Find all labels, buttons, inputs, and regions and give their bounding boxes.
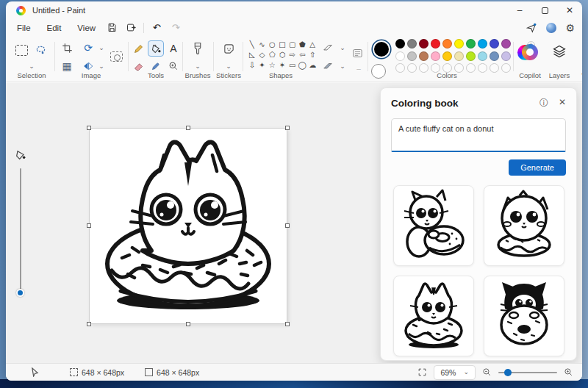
color-swatch[interactable] bbox=[478, 39, 487, 48]
shape-option[interactable]: ◺ bbox=[247, 50, 257, 60]
color-swatch[interactable] bbox=[419, 51, 429, 61]
fit-to-screen-icon[interactable] bbox=[417, 367, 427, 377]
shape-fill-icon[interactable] bbox=[320, 59, 335, 73]
shape-option[interactable]: ⇨ bbox=[287, 50, 298, 60]
color-swatch[interactable] bbox=[466, 51, 476, 61]
color-swatch[interactable] bbox=[501, 51, 511, 61]
shape-option[interactable]: ◇ bbox=[257, 50, 268, 60]
drawing-canvas[interactable] bbox=[90, 129, 287, 323]
zoom-in-icon[interactable] bbox=[564, 367, 573, 377]
brush-icon[interactable] bbox=[190, 41, 205, 56]
copilot-ribbon-icon[interactable] bbox=[522, 44, 538, 60]
shape-option[interactable]: ⇦ bbox=[298, 50, 308, 60]
zoom-slider-thumb[interactable] bbox=[504, 369, 512, 376]
color-swatch[interactable] bbox=[454, 39, 464, 48]
rotate-dropdown[interactable]: ⌄ bbox=[94, 40, 109, 55]
selection-handle-nw[interactable] bbox=[87, 126, 91, 130]
minimize-button[interactable]: – bbox=[507, 1, 532, 19]
save-button[interactable] bbox=[102, 21, 121, 35]
shape-option[interactable]: ✶ bbox=[277, 60, 287, 70]
undo-button[interactable]: ↶ bbox=[147, 21, 166, 35]
pencil-tool-icon[interactable] bbox=[131, 41, 146, 56]
shape-option[interactable]: □ bbox=[277, 40, 287, 49]
remove-background-icon[interactable] bbox=[109, 49, 123, 64]
rectangle-select-icon[interactable] bbox=[14, 43, 29, 57]
shape-option[interactable]: ╲ bbox=[247, 40, 257, 49]
generate-button[interactable]: Generate bbox=[509, 159, 566, 176]
color-swatch[interactable] bbox=[454, 51, 464, 61]
shape-fill-dropdown[interactable]: ⌄ bbox=[335, 59, 350, 73]
color-swatch[interactable] bbox=[395, 51, 405, 61]
sticker-icon[interactable] bbox=[221, 41, 236, 56]
copilot-menu-icon[interactable] bbox=[546, 23, 556, 33]
result-thumbnail-4[interactable] bbox=[484, 276, 564, 356]
rotate-icon[interactable]: ⟳ bbox=[81, 40, 96, 55]
result-thumbnail-3[interactable] bbox=[393, 276, 474, 356]
save-as-button[interactable] bbox=[121, 21, 140, 35]
prompt-input[interactable]: A cute fluffy cat on a donut bbox=[391, 118, 566, 152]
share-icon[interactable] bbox=[526, 22, 537, 34]
shape-outline-icon[interactable] bbox=[320, 40, 335, 55]
color-swatch[interactable] bbox=[442, 51, 452, 61]
color-swatch[interactable] bbox=[431, 51, 440, 61]
shape-option[interactable]: ☁ bbox=[307, 60, 318, 70]
color-swatch[interactable] bbox=[407, 51, 417, 61]
shape-option[interactable]: ⬡ bbox=[277, 50, 287, 60]
color-swatch[interactable] bbox=[490, 39, 499, 48]
shape-option[interactable]: ▭ bbox=[287, 60, 298, 70]
shape-option[interactable]: ⇩ bbox=[247, 60, 257, 70]
paint-app-icon bbox=[16, 6, 26, 15]
shape-option[interactable]: ∿ bbox=[257, 40, 268, 49]
zoom-out-icon[interactable] bbox=[482, 367, 492, 377]
shape-option[interactable]: ☆ bbox=[267, 60, 277, 70]
menu-view[interactable]: View bbox=[71, 22, 102, 34]
fill-tool-icon-selected[interactable] bbox=[148, 40, 164, 57]
collapse-ribbon-chevron[interactable]: ⌄ bbox=[576, 65, 582, 80]
color-swatch[interactable] bbox=[431, 39, 440, 48]
shape-option[interactable]: △ bbox=[307, 40, 318, 49]
shape-option[interactable]: ⬟ bbox=[298, 40, 308, 49]
slider-thumb[interactable] bbox=[16, 289, 24, 297]
maximize-button[interactable] bbox=[532, 1, 557, 19]
result-thumbnail-1[interactable] bbox=[393, 185, 474, 266]
shape-option[interactable]: ⇧ bbox=[307, 50, 318, 60]
redo-button-disabled[interactable]: ↷ bbox=[166, 21, 185, 35]
selection-handle-e[interactable] bbox=[285, 223, 290, 228]
selection-handle-n[interactable] bbox=[186, 126, 190, 130]
color-swatch[interactable] bbox=[419, 39, 429, 48]
selection-handle-se[interactable] bbox=[285, 322, 290, 326]
lasso-select-icon[interactable] bbox=[33, 43, 48, 57]
shape-option[interactable]: ✦ bbox=[257, 60, 268, 70]
color-swatch[interactable] bbox=[501, 39, 511, 48]
shape-option[interactable]: ○ bbox=[267, 40, 277, 49]
fill-tolerance-slider[interactable] bbox=[13, 149, 28, 311]
color-swatch[interactable] bbox=[395, 39, 405, 48]
layers-icon[interactable] bbox=[551, 43, 567, 60]
color-swatch[interactable] bbox=[466, 39, 476, 48]
selection-handle-w[interactable] bbox=[87, 223, 91, 228]
info-icon[interactable]: ⓘ bbox=[539, 97, 548, 109]
shape-option[interactable]: ⬠ bbox=[267, 50, 277, 60]
selection-handle-s[interactable] bbox=[186, 322, 190, 326]
color1-foreground-swatch[interactable] bbox=[373, 40, 390, 58]
settings-gear-icon[interactable]: ⚙ bbox=[565, 22, 575, 34]
result-thumbnail-2[interactable] bbox=[484, 185, 564, 266]
zoom-level-dropdown[interactable]: 69% ⌄ bbox=[434, 365, 476, 380]
close-button[interactable]: ✕ bbox=[557, 1, 582, 19]
text-tool-icon[interactable]: A bbox=[166, 41, 181, 56]
size-picker-icon[interactable] bbox=[350, 46, 365, 60]
menu-file[interactable]: File bbox=[10, 22, 37, 34]
selection-handle-ne[interactable] bbox=[285, 126, 290, 130]
crop-icon[interactable] bbox=[60, 40, 74, 55]
color-swatch[interactable] bbox=[442, 39, 452, 48]
color-swatch[interactable] bbox=[490, 51, 499, 61]
zoom-slider[interactable] bbox=[498, 368, 557, 377]
shape-option[interactable]: ▢ bbox=[287, 40, 298, 49]
color-swatch[interactable] bbox=[478, 51, 487, 61]
menu-edit[interactable]: Edit bbox=[40, 22, 68, 34]
shape-option[interactable]: ◯ bbox=[298, 60, 308, 70]
panel-close-icon[interactable]: ✕ bbox=[559, 97, 566, 109]
shape-outline-dropdown[interactable]: ⌄ bbox=[335, 40, 350, 55]
color-swatch[interactable] bbox=[407, 39, 417, 48]
selection-handle-sw[interactable] bbox=[87, 322, 91, 326]
